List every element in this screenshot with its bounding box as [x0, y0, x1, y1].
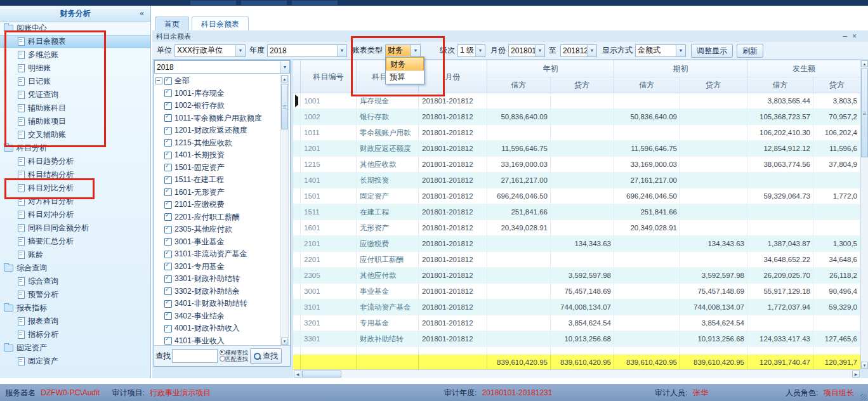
- tree-year-select[interactable]: 2018▼: [154, 60, 290, 74]
- sidebar-item-科目结构分析[interactable]: 科目结构分析: [0, 168, 150, 181]
- adjust-display-button[interactable]: 调整显示: [691, 44, 733, 58]
- exact-radio[interactable]: [220, 356, 225, 362]
- sidebar-group-阅账中心[interactable]: 阅账中心: [0, 22, 150, 35]
- sidebar-item-科目对比分析[interactable]: 科目对比分析: [0, 181, 150, 195]
- sidebar-item-多维总账[interactable]: 多维总账: [0, 48, 150, 62]
- table-row-1001[interactable]: 1001库存现金201801-2018123,803,565.443,803,5: [293, 93, 860, 109]
- checkbox-icon[interactable]: [164, 176, 172, 184]
- search-input[interactable]: [172, 349, 218, 363]
- tree-node-2305[interactable]: 2305-其他应付款: [155, 223, 281, 236]
- checkbox-icon[interactable]: [164, 238, 172, 246]
- sidebar-item-综合查询[interactable]: 综合查询: [0, 275, 150, 288]
- sidebar-item-对方科目分析[interactable]: 对方科目分析: [0, 195, 150, 208]
- scroll-up-icon[interactable]: ▲: [281, 76, 288, 82]
- scroll-left-icon[interactable]: ◀: [294, 371, 301, 378]
- tree-node-1002[interactable]: 1002-银行存款: [155, 100, 281, 112]
- collapse-box-icon[interactable]: [155, 77, 162, 84]
- checkbox-icon[interactable]: [164, 251, 172, 258]
- year-select[interactable]: 2018▼: [267, 44, 347, 57]
- tree-node-3302[interactable]: 3302-财政补助结余: [155, 286, 281, 298]
- sidebar-group-报表指标[interactable]: 报表指标: [0, 301, 150, 315]
- tree-node-1401[interactable]: 1401-长期投资: [155, 149, 281, 162]
- chevron-down-icon[interactable]: ▼: [535, 45, 544, 56]
- checkbox-icon[interactable]: [164, 152, 172, 159]
- sidebar-item-指标分析[interactable]: 指标分析: [0, 328, 150, 341]
- tree-node-root[interactable]: 全部: [155, 75, 281, 88]
- scroll-right-icon[interactable]: ▶: [852, 371, 860, 378]
- chevron-down-icon[interactable]: ▼: [235, 45, 245, 56]
- tree-node-3301[interactable]: 3301-财政补助结转: [155, 273, 281, 286]
- checkbox-icon[interactable]: [164, 325, 172, 332]
- checkbox-icon[interactable]: [164, 337, 172, 345]
- dropdown-option-预算[interactable]: 预算: [386, 70, 424, 84]
- dropdown-option-财务[interactable]: 财务: [386, 57, 424, 70]
- tab-科目余额表[interactable]: 科目余额表: [192, 16, 249, 30]
- checkbox-icon[interactable]: [164, 89, 172, 97]
- sidebar-item-摘要汇总分析[interactable]: 摘要汇总分析: [0, 235, 150, 248]
- checkbox-icon[interactable]: [164, 213, 172, 221]
- tree-scrollbar-thumb[interactable]: [281, 84, 288, 129]
- table-row-1215[interactable]: 1215其他应收款201801-20181233,169,000.0333,16…: [293, 157, 860, 173]
- sidebar-item-同科目同金额分析[interactable]: 同科目同金额分析: [0, 221, 150, 235]
- sidebar-item-账龄[interactable]: 账龄: [0, 248, 150, 261]
- table-row-1201[interactable]: 1201财政应返还额度201801-20181211,596,646.7511,…: [293, 141, 860, 157]
- tree-node-1501[interactable]: 1501-固定资产: [155, 162, 281, 174]
- sidebar-item-科目趋势分析[interactable]: 科目趋势分析: [0, 155, 150, 168]
- ledger-type-select[interactable]: 财务▼: [385, 44, 421, 57]
- sidebar-group-科目分析[interactable]: 科目分析: [0, 141, 150, 155]
- month-from-select[interactable]: 201801▼: [508, 44, 545, 57]
- tree-node-1001[interactable]: 1001-库存现金: [155, 88, 281, 100]
- scroll-down-icon[interactable]: ▼: [861, 362, 868, 369]
- table-row-1511[interactable]: 1511在建工程201801-201812251,841.66251,841.6…: [293, 204, 860, 220]
- sidebar-item-预警分析[interactable]: 预警分析: [0, 288, 150, 301]
- tree-node-3201[interactable]: 3201-专用基金: [155, 261, 281, 273]
- tree-node-1011[interactable]: 1011-零余额账户用款额度: [155, 112, 281, 125]
- checkbox-icon[interactable]: [164, 114, 172, 122]
- table-row-2101[interactable]: 2101应缴税费201801-201812134,343.63134,343.6…: [293, 236, 860, 252]
- tree-node-1601[interactable]: 1601-无形资产: [155, 187, 281, 199]
- chevron-down-icon[interactable]: ▼: [676, 45, 685, 56]
- scroll-up-icon[interactable]: ▲: [861, 60, 868, 67]
- panel-close-button[interactable]: ×: [852, 32, 862, 41]
- sidebar-item-日记账[interactable]: 日记账: [0, 75, 150, 88]
- table-row-1002[interactable]: 1002银行存款201801-20181250,836,640.0950,836…: [293, 109, 860, 125]
- checkbox-icon[interactable]: [164, 164, 172, 171]
- sidebar-item-交叉辅助账[interactable]: 交叉辅助账: [0, 128, 150, 141]
- panel-minimize-button[interactable]: –: [843, 32, 852, 41]
- sidebar-collapse-icon[interactable]: «: [140, 6, 144, 21]
- table-row-3101[interactable]: 3101非流动资产基金201801-201812744,008,134.0774…: [293, 299, 860, 315]
- sidebar-item-辅助账科目[interactable]: 辅助账科目: [0, 102, 150, 115]
- table-row-3301[interactable]: 3301财政补助结转201801-20181210,913,256.6810,9…: [293, 331, 860, 347]
- checkbox-icon[interactable]: [164, 201, 172, 209]
- sidebar-group-固定资产[interactable]: 固定资产: [0, 341, 150, 355]
- tree-node-1201[interactable]: 1201-财政应返还额度: [155, 124, 281, 137]
- tree-node-3402[interactable]: 3402-事业结余: [155, 310, 281, 323]
- tree-node-3001[interactable]: 3001-事业基金: [155, 236, 281, 249]
- tree-node-2101[interactable]: 2101-应缴税费: [155, 199, 281, 211]
- checkbox-icon[interactable]: [164, 312, 172, 320]
- checkbox-icon[interactable]: [164, 102, 172, 110]
- sidebar-item-报表查询[interactable]: 报表查询: [0, 315, 150, 328]
- display-mode-select[interactable]: 金额式▼: [635, 44, 686, 57]
- refresh-button[interactable]: 刷新: [737, 44, 763, 58]
- table-row-1401[interactable]: 1401长期投资201801-20181227,161,217.0027,161…: [293, 173, 860, 188]
- tree-node-3101[interactable]: 3101-非流动资产基金: [155, 248, 281, 261]
- checkbox-icon[interactable]: [164, 188, 172, 196]
- tree-node-2201[interactable]: 2201-应付职工薪酬: [155, 211, 281, 224]
- grid-vscrollbar-thumb[interactable]: [861, 69, 868, 157]
- sidebar-item-科目余额表[interactable]: 科目余额表: [0, 35, 150, 48]
- sidebar-item-凭证查询[interactable]: 凭证查询: [0, 88, 150, 102]
- checkbox-icon[interactable]: [164, 287, 172, 295]
- sidebar-group-综合查询[interactable]: 综合查询: [0, 261, 150, 275]
- checkbox-icon[interactable]: [164, 139, 172, 147]
- tab-首页[interactable]: 首页: [155, 16, 189, 30]
- checkbox-icon[interactable]: [164, 300, 172, 308]
- chevron-down-icon[interactable]: ▼: [280, 62, 289, 73]
- search-button[interactable]: 查找: [250, 348, 282, 364]
- scroll-down-icon[interactable]: ▼: [281, 338, 288, 345]
- month-to-select[interactable]: 201812▼: [560, 44, 597, 57]
- table-row-2305[interactable]: 2305其他应付款201801-2018123,592,597.983,592,…: [293, 268, 860, 284]
- checkbox-icon[interactable]: [164, 77, 172, 85]
- checkbox-icon[interactable]: [164, 263, 172, 270]
- tree-node-4001[interactable]: 4001-财政补助收入: [155, 322, 281, 335]
